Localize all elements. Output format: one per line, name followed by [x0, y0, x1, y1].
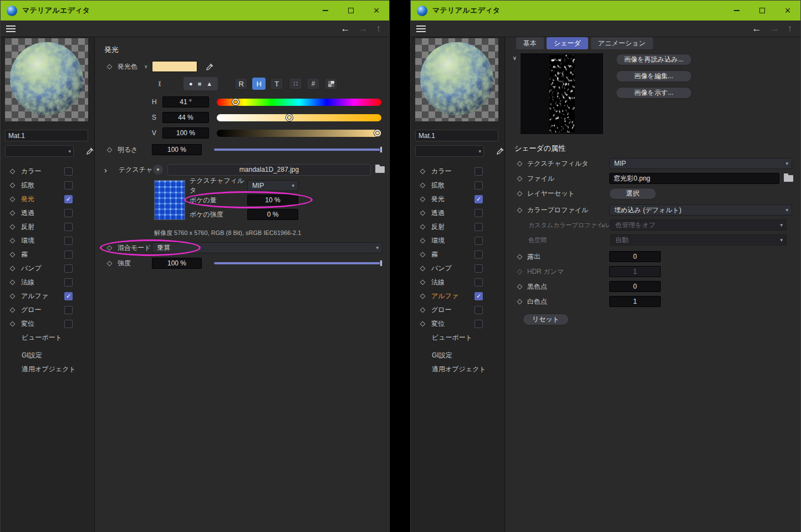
file-path-field[interactable]: 窓光彩0.png — [609, 173, 779, 184]
channel-checkbox[interactable] — [475, 278, 483, 287]
sidebar-item-gi-settings[interactable]: GI設定 — [22, 349, 94, 362]
sidebar-item-assign-objects[interactable]: 適用オブジェクト — [432, 362, 504, 376]
texture-filter-dropdown[interactable]: MIP▾ — [609, 158, 792, 169]
hex-button[interactable]: # — [307, 78, 320, 90]
chevron-down-icon[interactable]: ▾ — [68, 149, 71, 154]
channel-checkbox[interactable] — [475, 167, 483, 176]
channel-checkbox[interactable] — [475, 320, 483, 328]
slider-handle[interactable] — [380, 260, 382, 267]
tab-animation[interactable]: アニメーション — [591, 37, 653, 49]
collapse-icon[interactable]: ∨∧ — [155, 81, 164, 86]
texture-file-button[interactable]: mandala1D_287.jpg — [167, 164, 371, 176]
mixer-icon-button[interactable]: ∷ — [289, 78, 302, 90]
menu-icon[interactable] — [416, 25, 426, 32]
channel-checkbox[interactable] — [475, 223, 483, 231]
color-profile-dropdown[interactable]: 埋め込み (デフォルト)▾ — [609, 204, 792, 216]
hue-slider-handle[interactable] — [232, 99, 239, 105]
channel-item-diffusion[interactable]: 拡散 — [5, 178, 73, 192]
sidebar-item-assign-objects[interactable]: 適用オブジェクト — [22, 362, 94, 376]
color-square-icon[interactable]: ■ — [198, 81, 202, 87]
channel-item-bump[interactable]: バンプ — [5, 262, 73, 275]
expander-icon[interactable]: › — [104, 166, 111, 174]
forward-arrow-icon[interactable]: → — [770, 24, 779, 33]
sidebar-item-viewport[interactable]: ビューポート — [22, 331, 94, 345]
blur-scale-field[interactable]: 0 % — [247, 209, 298, 220]
channel-item-diffusion[interactable]: 拡散 — [415, 178, 483, 192]
chevron-down-icon[interactable]: ∨ — [509, 55, 520, 61]
material-name-input[interactable] — [415, 130, 498, 141]
close-button[interactable]: × — [364, 1, 389, 21]
channel-item-fog[interactable]: 霧 — [5, 248, 73, 262]
forward-arrow-icon[interactable]: → — [359, 24, 368, 33]
texture-menu-button[interactable]: ▼ — [153, 165, 163, 175]
folder-icon[interactable] — [375, 166, 385, 173]
channel-checkbox[interactable] — [475, 306, 483, 314]
saturation-slider-handle[interactable] — [286, 114, 293, 121]
back-arrow-icon[interactable]: ← — [341, 24, 350, 33]
value-slider-handle[interactable] — [374, 130, 381, 136]
channel-item-luminance[interactable]: 発光 — [415, 192, 483, 206]
channel-checkbox[interactable] — [64, 195, 73, 203]
hue-value-field[interactable]: 41 ° — [162, 96, 209, 108]
minimize-button[interactable] — [313, 1, 338, 21]
back-arrow-icon[interactable]: ← — [752, 24, 762, 33]
titlebar[interactable]: マテリアルエディタ × — [411, 1, 800, 21]
brightness-slider[interactable] — [214, 149, 382, 151]
channel-checkbox[interactable] — [64, 223, 73, 231]
channel-checkbox[interactable] — [64, 181, 73, 190]
channel-item-alpha[interactable]: アルファ — [5, 289, 73, 303]
sidebar-item-viewport[interactable]: ビューポート — [432, 331, 504, 345]
up-arrow-icon[interactable]: ↑ — [376, 24, 381, 33]
maximize-button[interactable] — [749, 1, 775, 21]
channel-item-transparency[interactable]: 透過 — [5, 206, 73, 220]
channel-item-reflection[interactable]: 反射 — [415, 220, 483, 234]
material-filter-input[interactable]: ▾ — [415, 145, 484, 157]
mix-mode-dropdown[interactable]: 乗算▾ — [152, 242, 382, 253]
channel-item-bump[interactable]: バンプ — [415, 262, 483, 275]
up-arrow-icon[interactable]: ↑ — [788, 24, 793, 33]
brightness-value-field[interactable]: 100 % — [152, 144, 202, 155]
hsv-mode-button[interactable]: H — [252, 78, 266, 90]
reset-button[interactable]: リセット — [523, 314, 569, 325]
tab-shader[interactable]: シェーダ — [547, 37, 588, 49]
eyedropper-icon[interactable] — [86, 147, 94, 155]
channel-checkbox[interactable] — [475, 292, 483, 300]
menu-icon[interactable] — [6, 25, 16, 32]
channel-item-alpha[interactable]: アルファ — [415, 289, 483, 303]
channel-checkbox[interactable] — [64, 264, 73, 273]
channel-item-luminance[interactable]: 発光 — [5, 192, 73, 206]
black-point-field[interactable]: 0 — [609, 281, 661, 292]
channel-item-reflection[interactable]: 反射 — [5, 220, 73, 234]
channel-checkbox[interactable] — [64, 278, 73, 287]
channel-checkbox[interactable] — [475, 181, 483, 190]
channel-item-displacement[interactable]: 変位 — [415, 317, 483, 331]
channel-item-fog[interactable]: 霧 — [415, 248, 483, 262]
emission-color-swatch[interactable] — [152, 61, 197, 72]
channel-item-glow[interactable]: グロー — [5, 303, 73, 317]
channel-item-normal[interactable]: 法線 — [415, 275, 483, 289]
chevron-down-icon[interactable]: ▾ — [478, 149, 481, 154]
texture-thumbnail[interactable] — [154, 180, 185, 220]
channel-item-color[interactable]: カラー — [415, 165, 483, 178]
saturation-slider[interactable] — [217, 114, 381, 121]
exposure-field[interactable]: 0 — [609, 251, 661, 262]
channel-checkbox[interactable] — [475, 250, 483, 259]
material-preview[interactable] — [5, 38, 88, 121]
chevron-down-icon[interactable]: ∨ — [144, 64, 152, 69]
channel-item-displacement[interactable]: 変位 — [5, 317, 73, 331]
channel-item-color[interactable]: カラー — [5, 165, 73, 178]
sidebar-item-gi-settings[interactable]: GI設定 — [432, 349, 504, 362]
close-button[interactable]: × — [775, 1, 800, 21]
material-preview[interactable] — [415, 38, 498, 121]
titlebar[interactable]: マテリアルエディタ × — [1, 1, 389, 21]
material-filter-input[interactable]: ▾ — [5, 145, 74, 157]
color-spectrum-icon[interactable]: ▲ — [206, 81, 212, 87]
channel-checkbox[interactable] — [64, 320, 73, 328]
material-name-input[interactable] — [5, 130, 88, 141]
channel-checkbox[interactable] — [475, 195, 483, 203]
shader-preview[interactable] — [520, 53, 604, 135]
channel-item-environment[interactable]: 環境 — [5, 234, 73, 248]
rgb-mode-button[interactable]: R — [234, 78, 248, 90]
tab-basic[interactable]: 基本 — [516, 37, 544, 49]
value-value-field[interactable]: 100 % — [162, 127, 209, 139]
